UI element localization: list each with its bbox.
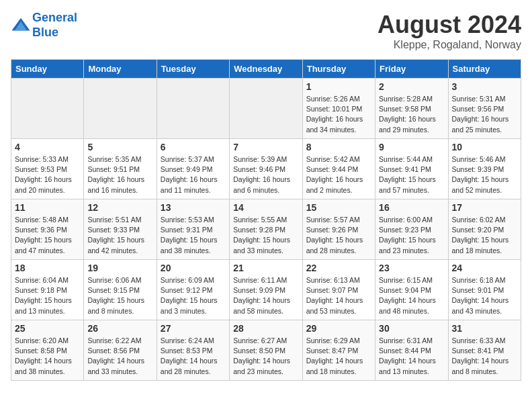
calendar-cell: 30Sunrise: 6:31 AM Sunset: 8:44 PM Dayli… bbox=[375, 320, 448, 381]
day-number: 14 bbox=[233, 202, 298, 213]
calendar-cell: 7Sunrise: 5:39 AM Sunset: 9:46 PM Daylig… bbox=[230, 139, 302, 199]
calendar-cell: 1Sunrise: 5:26 AM Sunset: 10:01 PM Dayli… bbox=[302, 79, 375, 139]
calendar-week-row: 18Sunrise: 6:04 AM Sunset: 9:18 PM Dayli… bbox=[11, 260, 521, 320]
calendar-cell: 11Sunrise: 5:48 AM Sunset: 9:36 PM Dayli… bbox=[11, 199, 84, 260]
day-detail: Sunrise: 6:27 AM Sunset: 8:50 PM Dayligh… bbox=[233, 336, 298, 377]
calendar-week-row: 1Sunrise: 5:26 AM Sunset: 10:01 PM Dayli… bbox=[11, 79, 521, 139]
day-detail: Sunrise: 5:28 AM Sunset: 9:58 PM Dayligh… bbox=[379, 94, 444, 135]
location-subtitle: Kleppe, Rogaland, Norway bbox=[378, 39, 521, 51]
title-block: August 2024 Kleppe, Rogaland, Norway bbox=[378, 11, 521, 51]
calendar-cell: 10Sunrise: 5:46 AM Sunset: 9:39 PM Dayli… bbox=[448, 139, 521, 199]
day-number: 2 bbox=[379, 81, 444, 92]
calendar-cell bbox=[84, 79, 157, 139]
calendar-cell bbox=[230, 79, 302, 139]
day-of-week-header: Friday bbox=[375, 60, 448, 79]
calendar-cell: 9Sunrise: 5:44 AM Sunset: 9:41 PM Daylig… bbox=[375, 139, 448, 199]
day-detail: Sunrise: 6:04 AM Sunset: 9:18 PM Dayligh… bbox=[15, 275, 80, 316]
day-number: 16 bbox=[379, 202, 444, 213]
calendar-week-row: 25Sunrise: 6:20 AM Sunset: 8:58 PM Dayli… bbox=[11, 320, 521, 381]
day-detail: Sunrise: 6:11 AM Sunset: 9:09 PM Dayligh… bbox=[233, 275, 298, 316]
day-number: 30 bbox=[379, 323, 444, 334]
day-number: 8 bbox=[306, 142, 371, 152]
day-number: 21 bbox=[233, 263, 298, 273]
logo-general: General bbox=[32, 11, 77, 24]
calendar-cell: 28Sunrise: 6:27 AM Sunset: 8:50 PM Dayli… bbox=[230, 320, 302, 381]
day-detail: Sunrise: 5:53 AM Sunset: 9:31 PM Dayligh… bbox=[161, 215, 226, 256]
logo-icon bbox=[11, 15, 31, 36]
calendar-cell: 21Sunrise: 6:11 AM Sunset: 9:09 PM Dayli… bbox=[230, 260, 302, 320]
day-detail: Sunrise: 5:57 AM Sunset: 9:26 PM Dayligh… bbox=[306, 215, 371, 256]
month-year-title: August 2024 bbox=[378, 11, 521, 39]
day-detail: Sunrise: 5:31 AM Sunset: 9:56 PM Dayligh… bbox=[452, 94, 517, 135]
day-of-week-header: Monday bbox=[84, 60, 157, 79]
day-detail: Sunrise: 5:35 AM Sunset: 9:51 PM Dayligh… bbox=[87, 154, 152, 195]
day-detail: Sunrise: 5:55 AM Sunset: 9:28 PM Dayligh… bbox=[233, 215, 298, 256]
day-number: 5 bbox=[87, 142, 152, 152]
day-detail: Sunrise: 6:02 AM Sunset: 9:20 PM Dayligh… bbox=[452, 215, 517, 256]
day-number: 20 bbox=[161, 263, 226, 273]
day-detail: Sunrise: 6:24 AM Sunset: 8:53 PM Dayligh… bbox=[161, 336, 226, 377]
day-number: 4 bbox=[15, 142, 80, 152]
day-detail: Sunrise: 5:48 AM Sunset: 9:36 PM Dayligh… bbox=[15, 215, 80, 256]
logo-text: General Blue bbox=[32, 11, 77, 40]
calendar-cell: 6Sunrise: 5:37 AM Sunset: 9:49 PM Daylig… bbox=[157, 139, 229, 199]
day-number: 31 bbox=[452, 323, 517, 334]
day-detail: Sunrise: 5:42 AM Sunset: 9:44 PM Dayligh… bbox=[306, 154, 371, 195]
calendar-cell: 8Sunrise: 5:42 AM Sunset: 9:44 PM Daylig… bbox=[302, 139, 375, 199]
calendar-cell: 3Sunrise: 5:31 AM Sunset: 9:56 PM Daylig… bbox=[448, 79, 521, 139]
calendar-cell: 2Sunrise: 5:28 AM Sunset: 9:58 PM Daylig… bbox=[375, 79, 448, 139]
day-number: 28 bbox=[233, 323, 298, 334]
calendar-cell: 19Sunrise: 6:06 AM Sunset: 9:15 PM Dayli… bbox=[84, 260, 157, 320]
day-detail: Sunrise: 6:20 AM Sunset: 8:58 PM Dayligh… bbox=[15, 336, 80, 377]
calendar-cell bbox=[11, 79, 84, 139]
day-detail: Sunrise: 5:39 AM Sunset: 9:46 PM Dayligh… bbox=[233, 154, 298, 195]
day-of-week-header: Sunday bbox=[11, 60, 84, 79]
day-of-week-header: Saturday bbox=[448, 60, 521, 79]
day-number: 27 bbox=[161, 323, 226, 334]
day-detail: Sunrise: 5:37 AM Sunset: 9:49 PM Dayligh… bbox=[161, 154, 226, 195]
day-number: 15 bbox=[306, 202, 371, 213]
calendar-cell: 18Sunrise: 6:04 AM Sunset: 9:18 PM Dayli… bbox=[11, 260, 84, 320]
calendar-cell: 22Sunrise: 6:13 AM Sunset: 9:07 PM Dayli… bbox=[302, 260, 375, 320]
day-number: 10 bbox=[452, 142, 517, 152]
day-of-week-header: Tuesday bbox=[157, 60, 229, 79]
day-detail: Sunrise: 6:15 AM Sunset: 9:04 PM Dayligh… bbox=[379, 275, 444, 316]
day-number: 22 bbox=[306, 263, 371, 273]
day-of-week-header: Thursday bbox=[302, 60, 375, 79]
calendar-cell: 5Sunrise: 5:35 AM Sunset: 9:51 PM Daylig… bbox=[84, 139, 157, 199]
day-number: 3 bbox=[452, 81, 517, 92]
day-detail: Sunrise: 6:33 AM Sunset: 8:41 PM Dayligh… bbox=[452, 336, 517, 377]
calendar-week-row: 11Sunrise: 5:48 AM Sunset: 9:36 PM Dayli… bbox=[11, 199, 521, 260]
calendar-table: SundayMondayTuesdayWednesdayThursdayFrid… bbox=[11, 59, 521, 381]
day-number: 26 bbox=[87, 323, 152, 334]
day-detail: Sunrise: 6:18 AM Sunset: 9:01 PM Dayligh… bbox=[452, 275, 517, 316]
day-detail: Sunrise: 5:51 AM Sunset: 9:33 PM Dayligh… bbox=[87, 215, 152, 256]
calendar-cell: 29Sunrise: 6:29 AM Sunset: 8:47 PM Dayli… bbox=[302, 320, 375, 381]
day-detail: Sunrise: 5:33 AM Sunset: 9:53 PM Dayligh… bbox=[15, 154, 80, 195]
calendar-cell: 16Sunrise: 6:00 AM Sunset: 9:23 PM Dayli… bbox=[375, 199, 448, 260]
day-of-week-header: Wednesday bbox=[230, 60, 302, 79]
day-detail: Sunrise: 6:22 AM Sunset: 8:56 PM Dayligh… bbox=[87, 336, 152, 377]
day-number: 6 bbox=[161, 142, 226, 152]
day-detail: Sunrise: 5:26 AM Sunset: 10:01 PM Daylig… bbox=[306, 94, 371, 135]
calendar-cell: 25Sunrise: 6:20 AM Sunset: 8:58 PM Dayli… bbox=[11, 320, 84, 381]
calendar-header-row: SundayMondayTuesdayWednesdayThursdayFrid… bbox=[11, 60, 521, 79]
day-number: 18 bbox=[15, 263, 80, 273]
day-number: 1 bbox=[306, 81, 371, 92]
calendar-cell: 24Sunrise: 6:18 AM Sunset: 9:01 PM Dayli… bbox=[448, 260, 521, 320]
calendar-cell: 27Sunrise: 6:24 AM Sunset: 8:53 PM Dayli… bbox=[157, 320, 229, 381]
day-number: 17 bbox=[452, 202, 517, 213]
calendar-cell: 14Sunrise: 5:55 AM Sunset: 9:28 PM Dayli… bbox=[230, 199, 302, 260]
day-number: 11 bbox=[15, 202, 80, 213]
day-detail: Sunrise: 6:29 AM Sunset: 8:47 PM Dayligh… bbox=[306, 336, 371, 377]
page-header: General Blue August 2024 Kleppe, Rogalan… bbox=[11, 11, 521, 51]
logo: General Blue bbox=[11, 11, 77, 40]
day-number: 29 bbox=[306, 323, 371, 334]
day-detail: Sunrise: 6:00 AM Sunset: 9:23 PM Dayligh… bbox=[379, 215, 444, 256]
day-detail: Sunrise: 6:31 AM Sunset: 8:44 PM Dayligh… bbox=[379, 336, 444, 377]
calendar-week-row: 4Sunrise: 5:33 AM Sunset: 9:53 PM Daylig… bbox=[11, 139, 521, 199]
day-detail: Sunrise: 5:46 AM Sunset: 9:39 PM Dayligh… bbox=[452, 154, 517, 195]
calendar-cell: 4Sunrise: 5:33 AM Sunset: 9:53 PM Daylig… bbox=[11, 139, 84, 199]
calendar-cell: 15Sunrise: 5:57 AM Sunset: 9:26 PM Dayli… bbox=[302, 199, 375, 260]
day-number: 7 bbox=[233, 142, 298, 152]
